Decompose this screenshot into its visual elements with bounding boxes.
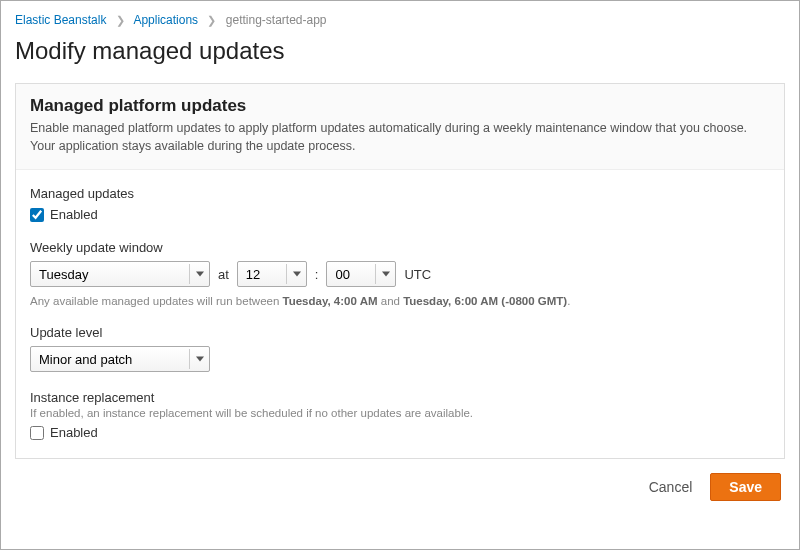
managed-updates-field: Managed updates Enabled bbox=[30, 186, 770, 222]
hour-select[interactable]: 12 bbox=[237, 261, 307, 287]
chevron-right-icon: ❯ bbox=[207, 14, 216, 27]
breadcrumb: Elastic Beanstalk ❯ Applications ❯ getti… bbox=[15, 13, 785, 27]
weekly-window-helper: Any available managed updates will run b… bbox=[30, 295, 770, 307]
instance-replacement-label: Instance replacement bbox=[30, 390, 770, 405]
instance-replacement-description: If enabled, an instance replacement will… bbox=[30, 407, 770, 419]
managed-updates-checkbox[interactable] bbox=[30, 208, 44, 222]
breadcrumb-current: getting-started-app bbox=[226, 13, 327, 27]
at-text: at bbox=[218, 267, 229, 282]
weekly-window-label: Weekly update window bbox=[30, 240, 770, 255]
panel-header: Managed platform updates Enable managed … bbox=[16, 84, 784, 170]
instance-replacement-checkbox-label: Enabled bbox=[50, 425, 98, 440]
panel-heading: Managed platform updates bbox=[30, 96, 770, 116]
tz-text: UTC bbox=[404, 267, 431, 282]
colon-text: : bbox=[315, 267, 319, 282]
minute-select[interactable]: 00 bbox=[326, 261, 396, 287]
cancel-button[interactable]: Cancel bbox=[649, 479, 693, 495]
managed-updates-label: Managed updates bbox=[30, 186, 770, 201]
footer-actions: Cancel Save bbox=[15, 459, 785, 501]
panel-description: Enable managed platform updates to apply… bbox=[30, 120, 770, 155]
chevron-right-icon: ❯ bbox=[116, 14, 125, 27]
managed-updates-panel: Managed platform updates Enable managed … bbox=[15, 83, 785, 459]
day-select[interactable]: Tuesday bbox=[30, 261, 210, 287]
instance-replacement-field: Instance replacement If enabled, an inst… bbox=[30, 390, 770, 440]
update-level-field: Update level Minor and patch bbox=[30, 325, 770, 372]
breadcrumb-link-elastic-beanstalk[interactable]: Elastic Beanstalk bbox=[15, 13, 106, 27]
instance-replacement-checkbox[interactable] bbox=[30, 426, 44, 440]
weekly-window-field: Weekly update window Tuesday at 12 : bbox=[30, 240, 770, 307]
update-level-label: Update level bbox=[30, 325, 770, 340]
managed-updates-checkbox-label: Enabled bbox=[50, 207, 98, 222]
update-level-select[interactable]: Minor and patch bbox=[30, 346, 210, 372]
page-title: Modify managed updates bbox=[15, 37, 785, 65]
breadcrumb-link-applications[interactable]: Applications bbox=[133, 13, 198, 27]
save-button[interactable]: Save bbox=[710, 473, 781, 501]
